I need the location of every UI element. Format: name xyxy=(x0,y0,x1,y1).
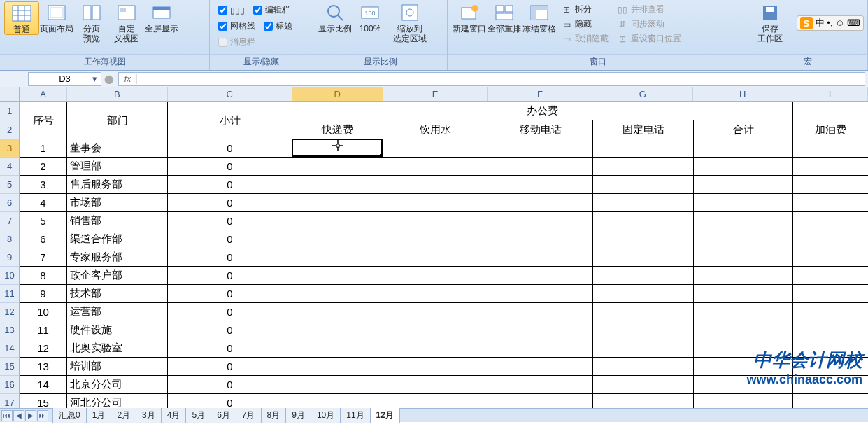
data-cell[interactable] xyxy=(694,285,793,303)
header-subtotal[interactable]: 小计 xyxy=(168,102,292,139)
data-cell[interactable]: 4 xyxy=(20,194,67,212)
header-sub-5[interactable]: 移动电话 xyxy=(488,120,593,139)
sheet-tab-8月[interactable]: 8月 xyxy=(261,408,287,424)
header-sub-3[interactable]: 快递费 xyxy=(292,120,383,139)
sheet-tab-10月[interactable]: 10月 xyxy=(311,408,341,424)
data-cell[interactable] xyxy=(383,230,488,248)
data-cell[interactable] xyxy=(488,285,593,303)
data-cell[interactable]: 0 xyxy=(168,248,292,267)
data-cell[interactable]: 0 xyxy=(168,194,292,212)
new-window-button[interactable]: 新建窗口 xyxy=(452,1,487,34)
data-cell[interactable] xyxy=(694,194,793,212)
data-cell[interactable] xyxy=(292,358,383,376)
data-cell[interactable] xyxy=(793,212,868,230)
row-header-1[interactable]: 1 xyxy=(0,102,19,120)
row-header-14[interactable]: 14 xyxy=(0,340,19,358)
row-header-13[interactable]: 13 xyxy=(0,321,19,340)
data-cell[interactable]: 1 xyxy=(20,139,67,158)
data-cell[interactable]: 政企客户部 xyxy=(67,267,168,285)
data-cell[interactable] xyxy=(292,194,383,212)
data-cell[interactable]: 培训部 xyxy=(67,358,168,376)
data-cell[interactable] xyxy=(488,303,593,321)
side-by-side-button[interactable]: ▯▯并排查看 xyxy=(616,3,683,16)
data-cell[interactable] xyxy=(292,158,383,176)
data-cell[interactable] xyxy=(593,285,694,303)
sheet-tab-9月[interactable]: 9月 xyxy=(285,408,311,424)
check-unknown[interactable]: ▯▯▯ xyxy=(218,4,245,16)
data-cell[interactable] xyxy=(383,321,488,340)
data-cell[interactable]: 15 xyxy=(20,394,67,408)
data-cell[interactable] xyxy=(793,376,868,394)
sheet-tab-5月[interactable]: 5月 xyxy=(185,408,211,424)
data-cell[interactable] xyxy=(383,376,488,394)
data-cell[interactable] xyxy=(694,158,793,176)
data-cell[interactable] xyxy=(292,176,383,194)
data-cell[interactable] xyxy=(383,358,488,376)
row-header-11[interactable]: 11 xyxy=(0,285,19,303)
data-cell[interactable] xyxy=(292,285,383,303)
row-header-12[interactable]: 12 xyxy=(0,303,19,321)
data-cell[interactable] xyxy=(793,194,868,212)
data-cell[interactable]: 3 xyxy=(20,176,67,194)
row-headers[interactable]: 1234567891011121314151617 xyxy=(0,102,20,408)
data-cell[interactable] xyxy=(694,303,793,321)
data-cell[interactable]: 0 xyxy=(168,340,292,358)
tab-prev-button[interactable]: ◀ xyxy=(13,410,24,421)
data-cell[interactable] xyxy=(793,340,868,358)
data-cell[interactable] xyxy=(694,340,793,358)
data-cell[interactable] xyxy=(292,230,383,248)
data-cell[interactable] xyxy=(793,358,868,376)
save-workspace-button[interactable]: 保存 工作区 xyxy=(753,1,788,43)
data-cell[interactable] xyxy=(694,176,793,194)
data-cell[interactable] xyxy=(383,303,488,321)
fx-icon[interactable]: fx xyxy=(119,74,137,84)
data-cell[interactable] xyxy=(694,230,793,248)
col-header-C[interactable]: C xyxy=(168,88,292,101)
header-sub-6[interactable]: 固定电话 xyxy=(593,120,694,139)
data-cell[interactable] xyxy=(292,340,383,358)
data-cell[interactable] xyxy=(488,194,593,212)
view-normal-button[interactable]: 普通 xyxy=(4,1,39,35)
data-cell[interactable]: 5 xyxy=(20,212,67,230)
data-cell[interactable] xyxy=(292,376,383,394)
row-header-3[interactable]: 3 xyxy=(0,139,19,158)
sync-scroll-button[interactable]: ⇵同步滚动 xyxy=(616,18,683,31)
row-header-2[interactable]: 2 xyxy=(0,120,19,139)
data-cell[interactable] xyxy=(694,358,793,376)
data-cell[interactable] xyxy=(793,321,868,340)
select-all-corner[interactable] xyxy=(0,88,20,102)
col-header-D[interactable]: D xyxy=(292,88,383,101)
dropdown-icon[interactable]: ▾ xyxy=(90,74,99,84)
reset-pos-button[interactable]: ⊡重设窗口位置 xyxy=(616,32,683,46)
data-cell[interactable] xyxy=(383,340,488,358)
data-cell[interactable] xyxy=(593,139,694,158)
data-cell[interactable] xyxy=(292,212,383,230)
col-header-H[interactable]: H xyxy=(693,88,792,101)
data-cell[interactable]: 0 xyxy=(168,176,292,194)
data-cell[interactable]: 11 xyxy=(20,321,67,340)
data-cell[interactable] xyxy=(593,321,694,340)
data-cell[interactable]: 0 xyxy=(168,321,292,340)
data-cell[interactable]: 北奥实验室 xyxy=(67,340,168,358)
zoom-button[interactable]: 显示比例 xyxy=(318,1,353,34)
data-cell[interactable] xyxy=(694,139,793,158)
data-cell[interactable] xyxy=(793,267,868,285)
zoom-100-button[interactable]: 100 100% xyxy=(353,1,387,34)
header-sub-8[interactable]: 加油费 xyxy=(793,120,868,139)
sheet-tab-4月[interactable]: 4月 xyxy=(161,408,187,424)
check-formula-bar[interactable]: 编辑栏 xyxy=(253,4,290,16)
row-header-10[interactable]: 10 xyxy=(0,267,19,285)
check-headings[interactable]: 标题 xyxy=(264,20,292,32)
data-cell[interactable] xyxy=(292,267,383,285)
data-cell[interactable]: 技术部 xyxy=(67,285,168,303)
row-header-5[interactable]: 5 xyxy=(0,176,19,194)
data-cell[interactable]: 9 xyxy=(20,285,67,303)
sheet-tab-2月[interactable]: 2月 xyxy=(111,408,136,424)
data-cell[interactable] xyxy=(793,248,868,267)
data-cell[interactable] xyxy=(383,212,488,230)
row-header-7[interactable]: 7 xyxy=(0,212,19,230)
data-cell[interactable]: 0 xyxy=(168,285,292,303)
zoom-selection-button[interactable]: 缩放到 选定区域 xyxy=(387,1,432,43)
freeze-panes-button[interactable]: 冻结窗格 xyxy=(522,1,557,34)
data-cell[interactable] xyxy=(383,285,488,303)
